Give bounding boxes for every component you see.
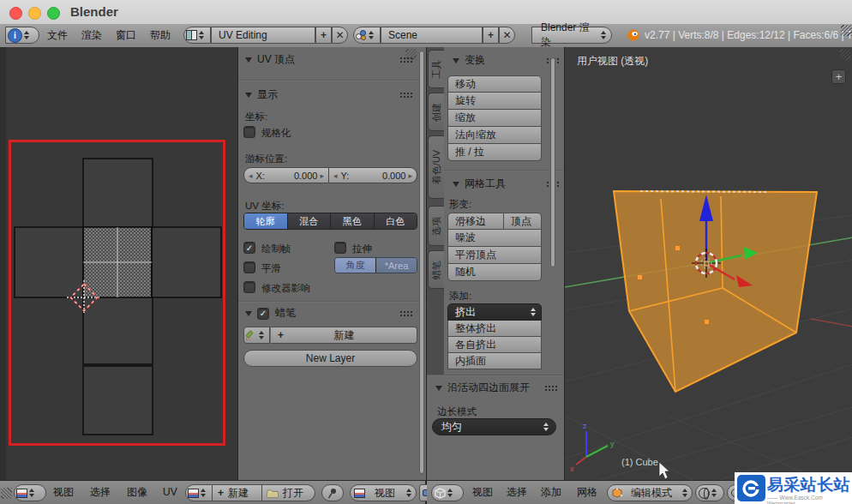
render-engine-dropdown[interactable]: Blender 渲染 bbox=[531, 27, 612, 44]
image-datablock-selector[interactable] bbox=[185, 484, 213, 501]
shrink-fatten-button[interactable]: 法向缩放 bbox=[447, 127, 542, 144]
edge-slide-button[interactable]: 滑移边 bbox=[447, 213, 504, 230]
tab-options[interactable]: 选项 bbox=[428, 206, 444, 246]
normalize-label: 规格化 bbox=[261, 127, 291, 140]
menu-help[interactable]: 帮助 bbox=[150, 24, 171, 46]
viewport-3d-canvas[interactable]: z y x bbox=[565, 47, 852, 480]
cursor-x-field[interactable]: ◂ X: 0.000 ▸ bbox=[243, 167, 329, 183]
properties-scrollbar[interactable] bbox=[419, 51, 424, 474]
uv-display-mode-dropdown[interactable]: 视图 bbox=[350, 484, 417, 501]
tab-grease-pencil[interactable]: 蜡笔 bbox=[428, 250, 444, 289]
rotate-button[interactable]: 旋转 bbox=[447, 93, 542, 110]
watermark-title: 易采站长站 bbox=[767, 475, 852, 495]
uv-unwrap-canvas[interactable] bbox=[0, 47, 237, 480]
randomize-button[interactable]: 随机 bbox=[447, 264, 542, 281]
view3d-menu-mesh[interactable]: 网格 bbox=[577, 481, 597, 504]
panel-grip-icon[interactable] bbox=[544, 385, 557, 392]
stretch-angle-option[interactable]: 角度 bbox=[335, 258, 376, 273]
uv-menu-image[interactable]: 图像 bbox=[127, 481, 147, 504]
uv-editor-header-bar: 视图 选择 图像 UV + 新建 打开 视图 bbox=[0, 480, 426, 504]
editor-type-selector-info[interactable]: i bbox=[5, 27, 39, 44]
tab-tools[interactable]: 工具 bbox=[428, 50, 444, 88]
screen-layout-name-field[interactable]: UV Editing bbox=[211, 27, 315, 44]
view3d-menu-select[interactable]: 选择 bbox=[507, 481, 527, 504]
inset-faces-button[interactable]: 内插面 bbox=[447, 353, 542, 369]
noise-button[interactable]: 噪波 bbox=[447, 230, 542, 247]
uv-menu-select[interactable]: 选择 bbox=[90, 481, 111, 504]
image-new-button[interactable]: + 新建 bbox=[213, 484, 262, 501]
edge-display-dash[interactable]: 混合 bbox=[288, 213, 332, 229]
stretch-checkbox[interactable] bbox=[334, 242, 346, 254]
panel-grip-icon[interactable] bbox=[399, 92, 412, 99]
panel-header-grease-pencil[interactable]: ✓ 蜡笔 bbox=[245, 306, 412, 321]
panel-header-redo[interactable]: 沿活动四边面展开 bbox=[435, 381, 557, 395]
grease-pencil-source-selector[interactable] bbox=[243, 327, 270, 344]
uv-image-editor[interactable] bbox=[0, 47, 237, 480]
menu-window[interactable]: 窗口 bbox=[116, 24, 136, 46]
panel-header-display[interactable]: 显示 bbox=[245, 87, 412, 102]
stretch-area-option[interactable]: *Area bbox=[376, 258, 417, 273]
uv-menu-view[interactable]: 视图 bbox=[53, 481, 74, 504]
smooth-checkbox[interactable] bbox=[243, 261, 255, 273]
draw-frame-checkbox[interactable]: ✓ bbox=[243, 242, 255, 254]
area-resize-grip[interactable] bbox=[1, 488, 12, 499]
image-pin-button[interactable] bbox=[321, 484, 344, 501]
add-screen-layout-button[interactable]: + bbox=[315, 27, 332, 44]
edge-display-black[interactable]: 黑色 bbox=[331, 213, 375, 229]
minimize-window-button[interactable] bbox=[28, 7, 41, 20]
mode-dropdown[interactable]: 编辑模式 bbox=[607, 484, 693, 501]
delete-screen-layout-button[interactable]: ✕ bbox=[332, 27, 348, 44]
zoom-window-button[interactable] bbox=[47, 7, 60, 20]
collapse-caret-icon bbox=[435, 386, 442, 391]
area-resize-grip[interactable] bbox=[405, 49, 417, 60]
tab-create[interactable]: 创建 bbox=[428, 93, 444, 131]
grease-pencil-new-button[interactable]: + 新建 bbox=[271, 327, 417, 344]
uv-menu-uv[interactable]: UV bbox=[163, 481, 177, 504]
collapse-caret-icon bbox=[245, 311, 252, 316]
extrude-region-button[interactable]: 整体挤出 bbox=[447, 321, 542, 337]
editor-type-selector-image[interactable] bbox=[14, 484, 46, 501]
smooth-vertex-button[interactable]: 平滑顶点 bbox=[447, 247, 542, 264]
screen-layout-selector[interactable] bbox=[183, 27, 211, 44]
edge-display-white[interactable]: 白色 bbox=[375, 213, 417, 229]
modifier-label: 修改器影响 bbox=[261, 282, 311, 295]
viewport-shading-dropdown[interactable] bbox=[695, 484, 724, 501]
cursor-y-field[interactable]: ◂ Y: 0.000 ▸ bbox=[329, 167, 417, 183]
edge-mode-dropdown[interactable]: 均匀 bbox=[432, 418, 556, 435]
menu-render[interactable]: 渲染 bbox=[81, 24, 102, 46]
normalize-checkbox[interactable] bbox=[243, 126, 255, 138]
add-scene-button[interactable]: + bbox=[483, 27, 499, 44]
editor-type-selector-3d[interactable] bbox=[431, 484, 464, 501]
viewport-3d[interactable]: z y x 用户视图 (透视) + (1) Cube bbox=[564, 47, 852, 480]
scene-name-field[interactable]: Scene bbox=[381, 27, 483, 44]
grease-pencil-checkbox[interactable]: ✓ bbox=[257, 308, 269, 320]
menu-file[interactable]: 文件 bbox=[47, 24, 68, 46]
image-open-button[interactable]: 打开 bbox=[262, 484, 315, 501]
panel-grip-icon[interactable] bbox=[399, 310, 412, 317]
scene-selector[interactable] bbox=[353, 27, 381, 44]
tab-shading-uv[interactable]: 着色/UV bbox=[428, 135, 444, 199]
tool-shelf-tabstrip: 工具 创建 着色/UV 选项 蜡笔 bbox=[427, 47, 444, 375]
modifier-checkbox[interactable] bbox=[243, 281, 255, 293]
pin-icon bbox=[327, 488, 338, 499]
edge-display-outline[interactable]: 轮廓 bbox=[244, 213, 288, 229]
panel-header-mesh-tools[interactable]: 网格工具 bbox=[453, 177, 559, 191]
view3d-menu-add[interactable]: 添加 bbox=[541, 481, 561, 504]
panel-header-transform[interactable]: 变换 bbox=[453, 53, 559, 68]
panel-header-uv-vertex[interactable]: UV 顶点 bbox=[245, 52, 412, 67]
new-layer-button[interactable]: New Layer bbox=[243, 350, 417, 367]
scale-button[interactable]: 缩放 bbox=[447, 110, 542, 127]
close-window-button[interactable] bbox=[9, 7, 22, 20]
view3d-menu-view[interactable]: 视图 bbox=[472, 481, 493, 504]
svg-text:z: z bbox=[583, 422, 587, 430]
delete-scene-button[interactable]: ✕ bbox=[499, 27, 515, 44]
viewport-properties-toggle[interactable]: + bbox=[831, 69, 846, 84]
tool-shelf-scrollbar[interactable] bbox=[550, 57, 555, 267]
extrude-dropdown[interactable]: 挤出 bbox=[447, 303, 542, 321]
area-resize-grip[interactable] bbox=[840, 49, 851, 60]
translate-button[interactable]: 移动 bbox=[447, 75, 542, 93]
area-resize-grip[interactable] bbox=[841, 25, 852, 36]
vertex-slide-button[interactable]: 顶点 bbox=[504, 213, 542, 230]
extrude-individual-button[interactable]: 各自挤出 bbox=[447, 337, 542, 353]
push-pull-button[interactable]: 推 / 拉 bbox=[447, 144, 542, 161]
